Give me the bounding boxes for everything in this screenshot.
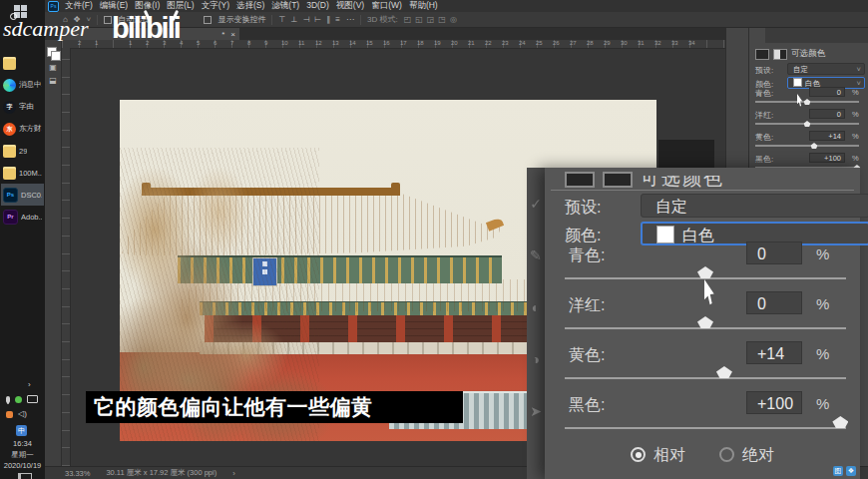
color-swatches[interactable] xyxy=(47,47,59,59)
align-icon[interactable]: ∥ xyxy=(326,15,330,24)
absolute-radio[interactable]: 绝对 xyxy=(719,445,774,466)
taskbar-item-folder-29[interactable]: 29 xyxy=(1,140,44,162)
3d-mode-icon[interactable]: ◳ xyxy=(438,15,446,24)
wechat-icon[interactable] xyxy=(15,396,22,403)
menu-item[interactable]: 选择(S) xyxy=(236,0,264,12)
slider-track[interactable] xyxy=(755,123,859,125)
slider-track[interactable] xyxy=(755,145,859,147)
overlay-strip-icon: ◑ xyxy=(532,351,540,367)
modified-mark: * xyxy=(221,30,224,39)
bilibili-logo: bilibili xyxy=(112,12,180,45)
menu-item[interactable]: 窗口(W) xyxy=(371,0,402,12)
status-chevron-icon[interactable]: › xyxy=(232,469,235,478)
volume-icon[interactable]: ◁) xyxy=(18,410,27,418)
app-label: 100M... xyxy=(19,169,42,178)
cyan-slider: 青色: 0 % xyxy=(545,240,860,289)
app-icon: Ps xyxy=(3,188,18,203)
clock-date: 2020/10/19 xyxy=(0,461,45,470)
3d-mode-icon[interactable]: ◱ xyxy=(415,15,423,24)
slider-value-field[interactable]: +14 xyxy=(746,341,802,364)
slider-thumb[interactable] xyxy=(697,266,713,278)
slider-track[interactable] xyxy=(755,101,859,103)
show-transform-label: 显示变换控件 xyxy=(217,14,265,25)
taskbar-item-ziyou[interactable]: 字 字由 xyxy=(1,96,44,118)
overlay-strip-icon: ➤ xyxy=(530,403,542,419)
photo-ridge-ornament-right xyxy=(391,183,400,196)
align-icon[interactable]: ⊣ xyxy=(302,15,309,24)
slider-value-field[interactable]: +14 xyxy=(809,131,845,141)
slider-value-field[interactable]: 0 xyxy=(809,109,845,119)
3d-mode-icon[interactable]: ◰ xyxy=(404,15,412,24)
more-options-icon[interactable]: ⋯ xyxy=(346,15,354,24)
vertical-ruler[interactable]: 02468101214161820 xyxy=(62,48,71,466)
tab-adjustments[interactable] xyxy=(765,28,781,43)
slider-value-field[interactable]: 0 xyxy=(809,87,845,97)
tray-expand-icon[interactable]: › xyxy=(28,381,31,389)
menu-item[interactable]: 文件(F) xyxy=(65,0,93,12)
slider-thumb[interactable] xyxy=(832,416,848,428)
overlay-strip-icon: ◐ xyxy=(532,299,540,315)
tab-close-icon[interactable]: × xyxy=(230,30,235,39)
3d-mode-icon[interactable]: ◎ xyxy=(450,15,457,24)
preset-dropdown[interactable]: 自定 xyxy=(641,194,868,218)
align-icon[interactable]: ⊥ xyxy=(290,15,297,24)
slider-value-field[interactable]: +100 xyxy=(746,391,802,414)
slider-value-field[interactable]: +100 xyxy=(809,153,845,163)
slider-thumb[interactable] xyxy=(810,143,817,149)
yellow-slider: 黄色: +14 % xyxy=(749,132,868,154)
slider-track[interactable] xyxy=(565,427,846,429)
preset-dropdown[interactable]: 自定˅ xyxy=(787,63,865,75)
microphone-icon[interactable] xyxy=(6,396,10,403)
menu-item[interactable]: 视图(V) xyxy=(336,0,364,12)
screen-mode-icon[interactable]: ⬓ xyxy=(49,75,57,88)
app-label: 字由 xyxy=(19,102,34,112)
ime-indicator-icon[interactable]: 图 xyxy=(833,466,843,476)
taskbar-item-dongfang[interactable]: 东 东方财... xyxy=(1,118,44,140)
input-method-icon[interactable]: 中 xyxy=(16,425,27,436)
align-icon[interactable]: ⊤ xyxy=(278,15,285,24)
menu-item[interactable]: 图层(L) xyxy=(167,0,194,12)
photoshop-app-icon: Ps xyxy=(48,1,59,12)
tab-properties[interactable] xyxy=(749,28,765,43)
3d-mode-icon[interactable]: ◲ xyxy=(427,15,435,24)
menu-item[interactable]: 图像(I) xyxy=(135,0,160,12)
taskbar-item-edge[interactable]: 消息中... xyxy=(1,74,44,96)
windows-taskbar: 消息中... 字 字由 东 东方财... 29 100M... Ps DSC0.… xyxy=(0,0,45,479)
slider-thumb[interactable] xyxy=(804,121,811,127)
align-icon[interactable]: ⊢ xyxy=(314,15,321,24)
slider-value-field[interactable]: 0 xyxy=(746,241,802,264)
slider-thumb[interactable] xyxy=(716,366,732,378)
menu-item[interactable]: 文字(Y) xyxy=(202,0,229,12)
slider-thumb[interactable] xyxy=(804,99,811,105)
mask-thumbnail[interactable] xyxy=(773,49,787,60)
taskbar-item-folder-100m[interactable]: 100M... xyxy=(1,162,44,184)
display-icon[interactable] xyxy=(27,395,38,403)
clock-time[interactable]: 16:34 xyxy=(0,439,45,448)
cyan-slider: 青色: 0 % xyxy=(749,88,868,110)
menu-item[interactable]: 3D(D) xyxy=(306,0,329,12)
slider-value-field[interactable]: 0 xyxy=(746,291,802,314)
taskbar-item-folder-pinned[interactable] xyxy=(1,52,44,74)
color-swatch xyxy=(793,78,802,87)
slider-thumb[interactable] xyxy=(697,316,713,328)
slider-track[interactable] xyxy=(565,377,846,379)
slider-track[interactable] xyxy=(565,327,846,329)
menu-item[interactable]: 帮助(H) xyxy=(409,0,438,12)
adjustment-icon xyxy=(755,49,769,60)
align-icon[interactable]: ≡ xyxy=(335,15,340,24)
taskbar-item-photoshop[interactable]: Ps DSC0... xyxy=(1,184,44,206)
tools-panel: ▣ ⬓ xyxy=(45,40,62,466)
ime-indicator-icon[interactable]: ❖ xyxy=(846,466,856,476)
panel-title: 可选颜色 xyxy=(791,48,825,60)
screen: 消息中... 字 字由 东 东方财... 29 100M... Ps DSC0.… xyxy=(0,0,868,479)
notification-center-icon[interactable] xyxy=(18,473,32,479)
app-tray-icon[interactable] xyxy=(6,411,13,418)
taskbar-item-premiere[interactable]: Pr Adob... xyxy=(1,206,44,228)
slider-track[interactable] xyxy=(565,277,846,279)
zoom-level-field[interactable]: 33.33% xyxy=(65,469,90,478)
menu-item[interactable]: 编辑(E) xyxy=(100,0,128,12)
relative-radio[interactable]: 相对 xyxy=(631,445,685,466)
quick-mask-icon[interactable]: ▣ xyxy=(49,62,57,75)
show-transform-checkbox[interactable] xyxy=(204,16,212,24)
menu-item[interactable]: 滤镜(T) xyxy=(271,0,299,12)
